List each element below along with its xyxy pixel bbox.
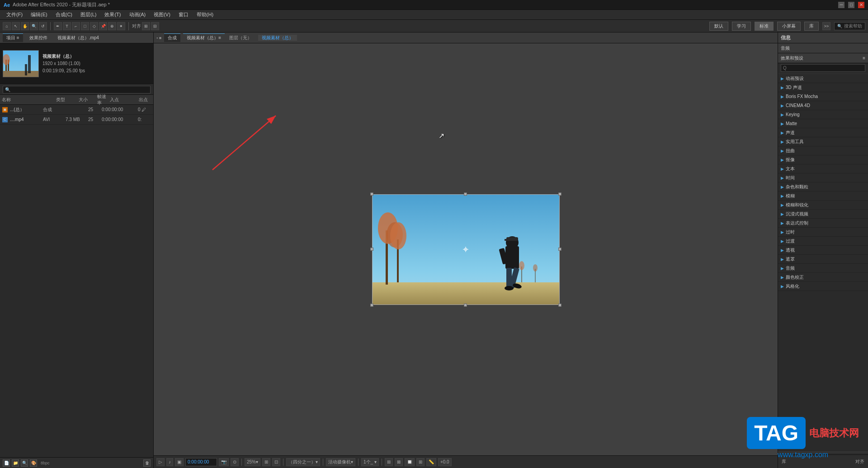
effect-perspective[interactable]: ▶ 透视 [778, 246, 868, 255]
effect-animation-presets[interactable]: ▶ 动画预设 [778, 74, 868, 83]
select-tool[interactable]: ↖ [12, 22, 20, 30]
effect-keying2[interactable]: ▶ 抠像 [778, 155, 868, 164]
menu-effect[interactable]: 效果(T) [101, 10, 124, 19]
effect-matte[interactable]: ▶ Matte [778, 119, 868, 128]
effect-keying[interactable]: ▶ Keying [778, 110, 868, 119]
render-button[interactable]: ▷ [156, 458, 165, 466]
light-tool[interactable]: ✦ [117, 22, 125, 30]
effect-stylize[interactable]: ▶ 风格化 [778, 282, 868, 291]
transform-handle-br[interactable] [558, 304, 561, 307]
footage-tab[interactable]: 视频素材（总）.mp4 [54, 34, 103, 42]
effect-audio[interactable]: ▶ 音频 [778, 264, 868, 273]
workspace-standard[interactable]: 标准 [755, 22, 774, 31]
workspace-small[interactable]: 小屏幕 [777, 22, 801, 31]
effect-distort[interactable]: ▶ 扭曲 [778, 146, 868, 155]
project-row-footage[interactable]: C ....mp4 AVI 7.3 MB 25 0:00:00:00 0: [0, 115, 153, 125]
effect-obsolete[interactable]: ▶ 过时 [778, 228, 868, 237]
effect-transition[interactable]: ▶ 过渡 [778, 237, 868, 246]
workspace-more[interactable]: >> [822, 22, 830, 30]
workspace-learn[interactable]: 学习 [732, 22, 751, 31]
effect-noise-grain[interactable]: ▶ 杂色和颗粒 [778, 183, 868, 192]
color-button[interactable]: 🎨 [30, 459, 37, 467]
workspace-library[interactable]: 库 [804, 22, 819, 31]
menu-help[interactable]: 帮助(H) [193, 10, 217, 19]
view-select[interactable]: 1个_ ▾ [361, 458, 379, 466]
effect-immersive-video[interactable]: ▶ 沉浸式视频 [778, 210, 868, 219]
library-label[interactable]: 库 [782, 459, 786, 465]
text-tool[interactable]: T [63, 22, 71, 30]
menu-layer[interactable]: 图层(L) [77, 10, 100, 19]
align-icon-1[interactable]: ⊞ [142, 22, 150, 30]
effects-controls-tab[interactable]: 效果控件 [26, 34, 51, 42]
transform-handle-tl[interactable] [370, 192, 373, 196]
effect-utility[interactable]: ▶ 实用工具 [778, 137, 868, 146]
fit-button[interactable]: ⊞ [262, 458, 270, 466]
effect-expression-control[interactable]: ▶ 表达式控制 [778, 219, 868, 228]
transform-handle-mr[interactable] [558, 248, 561, 251]
render-options[interactable]: ⊞ [385, 458, 393, 466]
grid[interactable]: ⊞ [416, 458, 425, 466]
delete-button[interactable]: 🗑 [143, 459, 151, 467]
comp-tab[interactable]: 合成 [164, 33, 180, 42]
minimize-button[interactable]: ─ [838, 2, 844, 8]
maximize-button[interactable]: □ [848, 2, 854, 8]
audio-button[interactable]: ♪ [166, 458, 173, 466]
zoom-select[interactable]: 25% ▾ [245, 458, 260, 466]
footage-panel-tab[interactable]: 视频素材（总）≡ [183, 33, 225, 42]
menu-composition[interactable]: 合成(C) [52, 10, 76, 19]
effect-cinema4d[interactable]: ▶ CINEMA 4D [778, 101, 868, 110]
menu-animation[interactable]: 动画(A) [126, 10, 150, 19]
transparency[interactable]: 🔲 [405, 458, 415, 466]
effect-3d-channel[interactable]: ▶ 3D 声道 [778, 83, 868, 92]
transform-handle-tc[interactable] [464, 192, 467, 196]
effect-generate[interactable]: ▶ 遮罩 [778, 255, 868, 264]
effect-channel[interactable]: ▶ 声道 [778, 128, 868, 137]
camera-select[interactable]: 活动摄像机 ▾ [326, 458, 355, 466]
shape-tool[interactable]: □ [81, 22, 89, 30]
transform-handle-bl[interactable] [370, 304, 373, 307]
transform-handle-ml[interactable] [370, 248, 373, 251]
effect-text[interactable]: ▶ 文本 [778, 164, 868, 173]
preview-button[interactable]: ▣ [175, 458, 184, 466]
transform-handle-bc[interactable] [464, 304, 467, 307]
hand-tool[interactable]: ✋ [21, 22, 29, 30]
menu-view[interactable]: 视图(V) [150, 10, 174, 19]
color-picker-button[interactable]: ⊙ [231, 458, 239, 466]
project-search-input[interactable] [3, 86, 151, 94]
menu-edit[interactable]: 编辑(E) [27, 10, 51, 19]
new-folder-button[interactable]: 📁 [12, 459, 19, 467]
close-button[interactable]: ✕ [858, 2, 864, 8]
3d-mode[interactable]: ⊠ [395, 458, 403, 466]
fullscreen-button[interactable]: ⊡ [272, 458, 280, 466]
mask-tool[interactable]: ◇ [90, 22, 98, 30]
search-help-box[interactable]: 🔍 搜索帮助 [834, 22, 865, 30]
camera-tool[interactable]: ⊕ [108, 22, 116, 30]
new-item-button[interactable]: 📄 [3, 459, 10, 467]
project-row-comp[interactable]: ▣ ...(总） 合成 25 0:00:00:00 0 🖊 [0, 105, 153, 115]
zoom-tool[interactable]: 🔍 [30, 22, 38, 30]
align-label-right[interactable]: 对齐 [855, 459, 864, 465]
brush-tool[interactable]: ⌐ [72, 22, 80, 30]
menu-window[interactable]: 窗口 [175, 10, 192, 19]
home-tool[interactable]: ⌂ [3, 22, 11, 30]
rotate-tool[interactable]: ↺ [39, 22, 47, 30]
pin-tool[interactable]: 📌 [99, 22, 107, 30]
snapshot-button[interactable]: 📷 [219, 458, 229, 466]
effects-menu-icon[interactable]: ≡ [863, 56, 865, 61]
menu-file[interactable]: 文件(F) [3, 10, 26, 19]
rulers[interactable]: 📏 [426, 458, 436, 466]
effect-color-correction[interactable]: ▶ 颜色校正 [778, 273, 868, 282]
workspace-default[interactable]: 默认 [709, 22, 728, 31]
find-button[interactable]: 🔍 [21, 459, 28, 467]
current-time-display[interactable]: 0:00:00:00 [185, 458, 217, 466]
footage-breadcrumb[interactable]: 视频素材（总） [258, 35, 297, 41]
align-icon-2[interactable]: ⊟ [151, 22, 159, 30]
composition-view[interactable]: ↗ [154, 43, 778, 455]
project-tab[interactable]: 项目 ≡ [3, 33, 23, 42]
pen-tool[interactable]: ✒ [54, 22, 62, 30]
effect-time[interactable]: ▶ 时间 [778, 173, 868, 183]
effect-blur[interactable]: ▶ 模糊 [778, 192, 868, 201]
effect-boris-fx[interactable]: ▶ Boris FX Mocha [778, 92, 868, 101]
transform-handle-tr[interactable] [558, 192, 561, 196]
effects-search-input[interactable] [781, 64, 865, 72]
